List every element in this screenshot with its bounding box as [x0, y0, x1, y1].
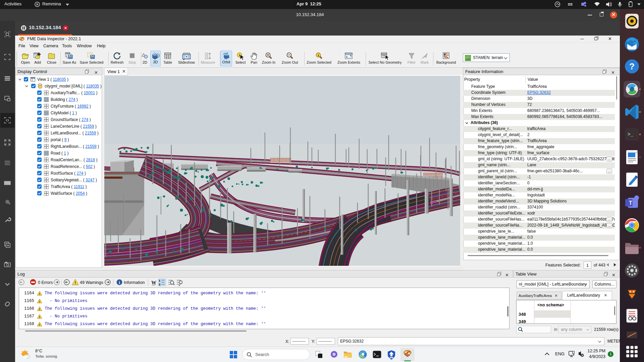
svg-text:i: i [239, 53, 240, 57]
svg-text:!: ! [39, 308, 40, 311]
svg-text:!: ! [39, 300, 40, 304]
svg-text:>_: >_ [628, 132, 633, 137]
svg-text:!: ! [39, 316, 40, 319]
svg-text:i: i [318, 53, 319, 57]
svg-text:!: ! [75, 281, 76, 285]
svg-text:49 Warnings: 49 Warnings [80, 280, 103, 285]
svg-text:2: 2 [159, 283, 160, 286]
svg-text:View 1: View 1 [107, 69, 120, 74]
svg-text:!: ! [39, 293, 40, 296]
svg-text:?: ? [629, 61, 635, 71]
svg-text:Information: Information [124, 280, 145, 285]
svg-text:T: T [629, 200, 632, 206]
svg-text:!: ! [39, 323, 40, 327]
svg-text:1: 1 [159, 280, 160, 282]
svg-text:0 Errors: 0 Errors [38, 280, 53, 285]
svg-text:i: i [119, 280, 120, 285]
